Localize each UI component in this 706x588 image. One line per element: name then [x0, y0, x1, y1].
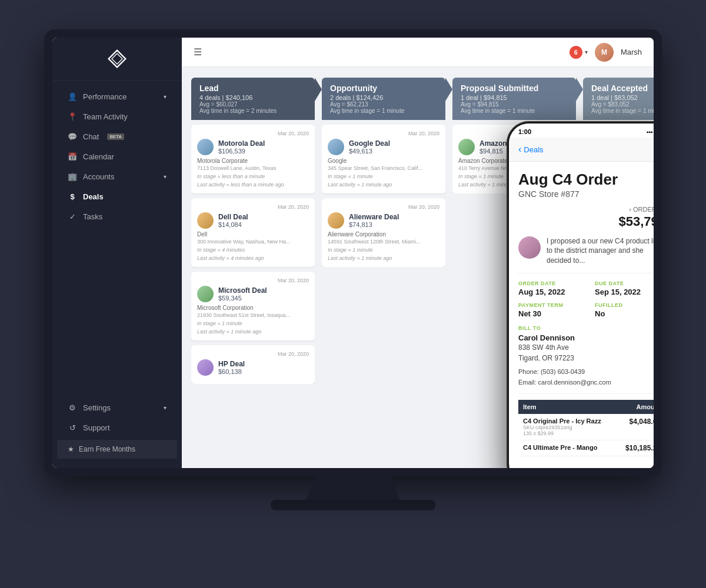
- svg-marker-0: [109, 51, 126, 68]
- deal-amount: $106,539: [218, 148, 265, 155]
- earn-free-months[interactable]: ★ Earn Free Months: [57, 440, 177, 459]
- deal-cards-lead: Mar 20, 2020 Motorola Deal $106,539 Moto…: [191, 125, 315, 384]
- deal-avatar: [197, 359, 214, 376]
- sidebar-item-deals[interactable]: $ Deals: [57, 187, 177, 206]
- column-title: Deal Accepted: [591, 83, 654, 93]
- column-meta: 4 deals | $240,106: [199, 94, 307, 101]
- deal-amount: $59,345: [218, 295, 267, 302]
- item-row: C4 Ultimate Pre - Mango $10,185.23: [518, 440, 654, 456]
- payment-term-field: PAYMENT TERM Net 30: [518, 302, 589, 318]
- deal-date: Mar 20, 2020: [328, 131, 439, 136]
- deal-name: Motorola Deal: [218, 139, 265, 148]
- sidebar-item-calendar[interactable]: 📅 Calendar: [57, 147, 177, 166]
- payment-term-label: PAYMENT TERM: [518, 302, 589, 308]
- deal-amount: $49,613: [349, 148, 390, 155]
- deal-card[interactable]: Mar 20, 2020 Dell Deal $14,084 Dell 3: [191, 198, 315, 267]
- fulfilled-label: FUFILLED: [595, 302, 654, 308]
- order-note-text: I proposed a our new C4 product line to …: [547, 236, 654, 266]
- star-icon: ★: [68, 445, 74, 453]
- sidebar-nav: 👤 Performance ▾ 📍 Team Activity 💬 Chat B…: [52, 86, 182, 227]
- order-status: › ORDERED $53,795: [618, 203, 654, 229]
- sidebar-item-label: Calendar: [83, 152, 114, 161]
- sidebar-item-label: Accounts: [83, 172, 114, 181]
- order-details-grid: ORDER DATE Aug 15, 2022 DUE DATE Sep 15,…: [518, 280, 654, 318]
- kanban-header-lead: Lead 4 deals | $240,106 Avg = $60,027 Av…: [191, 78, 315, 120]
- column-avg-time: Avg time in stage = 1 minute: [330, 108, 437, 114]
- sidebar: 👤 Performance ▾ 📍 Team Activity 💬 Chat B…: [52, 38, 182, 468]
- deal-date: Mar 20, 2020: [197, 351, 309, 357]
- order-date-value: Aug 15, 2022: [518, 288, 589, 296]
- column-avg-time: Avg time in stage = 1 min: [591, 108, 654, 114]
- bill-to-email: Email: carol.dennison@gnc.com: [518, 377, 654, 388]
- deal-amount: $60,138: [218, 368, 245, 375]
- due-date-field: DUE DATE Sep 15, 2022: [595, 280, 654, 296]
- sidebar-item-performance[interactable]: 👤 Performance ▾: [57, 87, 177, 106]
- items-table-header: Item Amount: [518, 400, 654, 414]
- sidebar-item-label: Support: [83, 423, 110, 432]
- deal-stage: In stage = 1 minute: [328, 247, 439, 253]
- deal-name: Google Deal: [349, 139, 390, 148]
- item-name: C4 Original Pre - Icy Razz: [523, 417, 601, 425]
- sidebar-item-team-activity[interactable]: 📍 Team Activity: [57, 107, 177, 126]
- sidebar-item-settings[interactable]: ⚙ Settings ▾: [57, 398, 177, 417]
- monitor-base: [271, 500, 435, 510]
- hamburger-icon[interactable]: ☰: [194, 46, 202, 58]
- sidebar-item-accounts[interactable]: 🏢 Accounts ▾: [57, 167, 177, 186]
- back-button[interactable]: ‹ Deals: [518, 144, 544, 155]
- logo: [52, 38, 182, 81]
- deal-address: 7113 Doswell Lane, Austin, Texas: [197, 165, 309, 171]
- notification-badge[interactable]: 6: [570, 46, 582, 59]
- deal-company: Dell: [197, 231, 309, 238]
- deal-card[interactable]: Mar 20, 2020 Motorola Deal $106,539 Moto…: [191, 125, 315, 193]
- deal-address: 345 Spear Street, San Francisco, Calif..…: [328, 165, 439, 171]
- column-meta: 1 deal | $83,052: [591, 94, 654, 101]
- kanban-header-accepted: Deal Accepted 1 deal | $83,052 Avg = $83…: [583, 78, 654, 120]
- order-note-row: I proposed a our new C4 product line to …: [518, 236, 654, 273]
- deal-activity: Last activity = 1 minute ago: [328, 182, 439, 188]
- bill-to-section: BILL TO Carol Dennison 838 SW 4th AveTig…: [518, 325, 654, 394]
- item-row: C4 Original Pre - Icy Razz SKU c4pre2935…: [518, 414, 654, 440]
- sidebar-item-label: Settings: [83, 403, 111, 412]
- sidebar-item-label: Performance: [83, 92, 126, 101]
- deal-company: Google: [328, 158, 439, 164]
- monitor-stand: [306, 476, 400, 500]
- column-avg: Avg = $60,027: [199, 101, 307, 108]
- deal-avatar: [197, 139, 214, 155]
- phone-screen: 1:00 ▪▪▪ ▲ ▮ ‹ Deals ⋮ Aug C4 Order: [509, 123, 654, 468]
- deal-date: Mar 20, 2020: [328, 204, 439, 210]
- deal-card[interactable]: Mar 20, 2020 Alienware Deal $74,813 Alie…: [322, 198, 445, 267]
- deal-card[interactable]: Mar 20, 2020 HP Deal $60,138: [191, 345, 315, 384]
- column-avg-time: Avg time in stage = 1 minute: [461, 108, 568, 114]
- bill-to-name: Carol Dennison: [518, 333, 654, 342]
- chat-icon: 💬: [68, 132, 77, 141]
- item-details: C4 Ultimate Pre - Mango: [523, 444, 598, 452]
- order-note-avatar: [518, 236, 541, 259]
- deal-stage: In stage = 4 minutes: [197, 247, 309, 253]
- deal-activity: Last activity = 1 minute ago: [197, 329, 309, 335]
- phone-status-bar: 1:00 ▪▪▪ ▲ ▮: [509, 123, 654, 138]
- deal-card[interactable]: Mar 20, 2020 Microsoft Deal $59,345 Micr…: [191, 272, 315, 340]
- order-date-label: ORDER DATE: [518, 280, 589, 286]
- deal-stage: In stage = 1 minute: [328, 173, 439, 179]
- deal-stage: In stage = less than a minute: [197, 173, 309, 179]
- bill-to-contact: Phone: (503) 603-0439 Email: carol.denni…: [518, 367, 654, 387]
- user-name: Marsh: [621, 48, 642, 56]
- deal-company: Motorola Corporate: [197, 158, 309, 164]
- deal-date: Mar 20, 2020: [197, 278, 309, 283]
- sidebar-item-support[interactable]: ↺ Support: [57, 418, 177, 437]
- fulfilled-field: FUFILLED No: [595, 302, 654, 318]
- user-avatar: M: [595, 43, 614, 62]
- deal-card[interactable]: Mar 20, 2020 Google Deal $49,613 Google: [322, 125, 445, 193]
- phone-time: 1:00: [518, 128, 531, 135]
- deal-address: 21930 Southeast 51st Street, Issaqua...: [197, 312, 309, 318]
- sidebar-item-tasks[interactable]: ✓ Tasks: [57, 207, 177, 226]
- deal-avatar: [197, 286, 214, 302]
- kanban-header-proposal: Proposal Submitted 1 deal | $94,815 Avg …: [452, 78, 576, 120]
- item-amount: $4,048.65: [630, 417, 654, 436]
- sidebar-item-chat[interactable]: 💬 Chat BETA: [57, 127, 177, 146]
- payment-term-value: Net 30: [518, 309, 589, 318]
- notifications[interactable]: 6 ▾: [570, 46, 588, 59]
- phone-overlay: 1:00 ▪▪▪ ▲ ▮ ‹ Deals ⋮ Aug C4 Order: [507, 121, 654, 468]
- deal-activity: Last activity = 1 minute ago: [328, 255, 439, 261]
- chevron-icon: ▾: [164, 173, 166, 180]
